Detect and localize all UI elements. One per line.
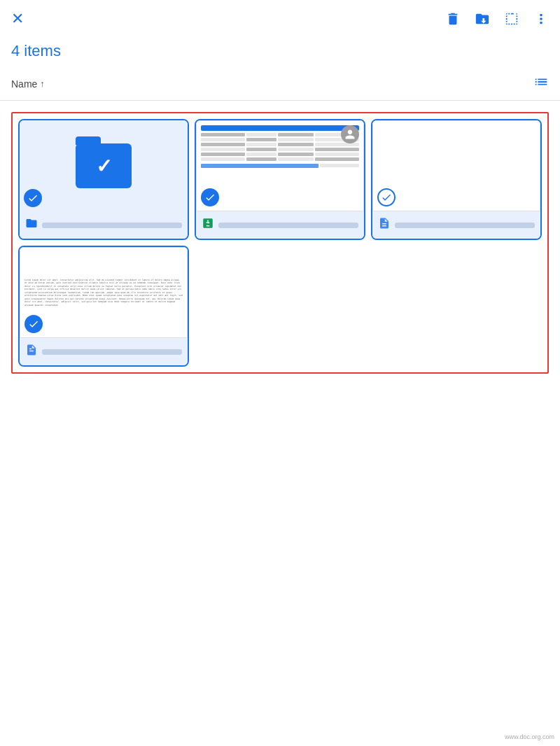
textdoc-selected-badge — [24, 315, 43, 333]
document-item[interactable] — [371, 119, 542, 240]
folder-icon-large: ✓ — [76, 143, 132, 188]
sort-name-button[interactable]: Name ↑ — [11, 78, 45, 90]
header-right — [445, 11, 549, 27]
items-count: 4 items — [0, 35, 560, 70]
spreadsheet-preview — [201, 125, 359, 206]
selected-badge — [24, 189, 42, 207]
folder-footer-icon — [25, 217, 38, 233]
trash-icon[interactable] — [445, 11, 461, 27]
document-footer-icon — [378, 217, 391, 233]
spreadsheet-selected-badge — [201, 188, 219, 206]
selection-grid-container: ✓ — [11, 112, 549, 374]
textdoc-thumbnail: Lorem ipsum dolor sit amet, consectetur … — [20, 247, 188, 338]
folder-name-bar — [42, 223, 182, 228]
document-footer — [372, 211, 540, 239]
spreadsheet-footer — [196, 211, 364, 239]
folder-thumbnail: ✓ — [20, 120, 188, 211]
watermark: www.doc.org.com — [505, 733, 554, 740]
spreadsheet-item[interactable] — [195, 119, 365, 240]
folder-item[interactable]: ✓ — [18, 119, 189, 240]
person-badge — [341, 125, 359, 143]
sort-bar: Name ↑ — [0, 70, 560, 101]
sort-label: Name — [11, 78, 37, 90]
folder-check: ✓ — [96, 155, 112, 178]
move-icon[interactable] — [475, 11, 490, 27]
spreadsheet-thumbnail — [196, 120, 364, 211]
textdoc-name-bar — [42, 349, 182, 355]
spreadsheet-name-bar — [218, 223, 358, 228]
sort-arrow-icon: ↑ — [40, 78, 45, 89]
spreadsheet-footer-icon — [202, 217, 214, 233]
close-button[interactable]: ✕ — [11, 10, 24, 28]
list-view-icon[interactable] — [533, 74, 549, 93]
textdoc-item[interactable]: Lorem ipsum dolor sit amet, consectetur … — [18, 246, 189, 367]
document-name-bar — [395, 223, 535, 228]
select-all-icon[interactable] — [504, 11, 519, 27]
header-left: ✕ — [11, 10, 24, 28]
folder-footer — [20, 211, 188, 239]
header: ✕ — [0, 0, 560, 35]
file-grid: ✓ — [18, 119, 542, 367]
more-options-icon[interactable] — [533, 11, 549, 27]
document-thumbnail — [372, 120, 540, 211]
textdoc-footer-icon — [25, 344, 38, 360]
textdoc-content: Lorem ipsum dolor sit amet, consectetur … — [24, 279, 183, 307]
textdoc-footer — [20, 338, 188, 365]
document-selected-badge — [377, 188, 396, 206]
